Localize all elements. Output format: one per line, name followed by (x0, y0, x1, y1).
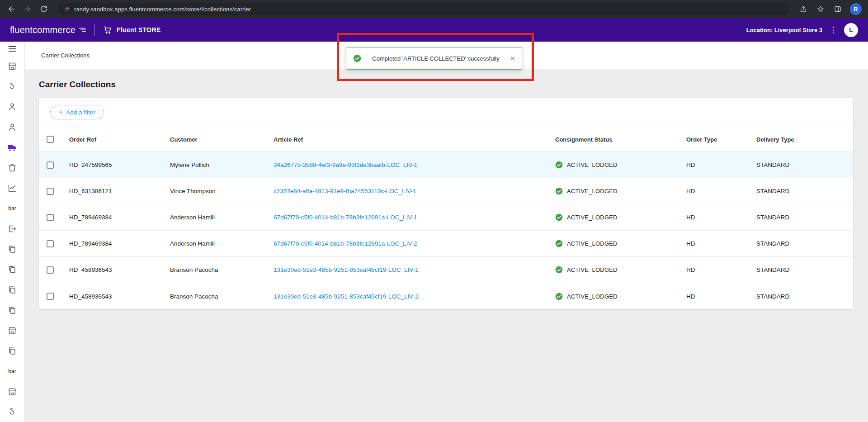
browser-profile-avatar[interactable]: R (850, 3, 862, 15)
check-circle-icon (555, 266, 563, 274)
hamburger-menu-icon[interactable] (0, 42, 24, 56)
article-ref-link[interactable]: 67d67f70-c5f0-4014-b81b-78b3fe12691a-LOC… (274, 214, 417, 221)
status-badge: ACTIVE_LODGED (555, 161, 686, 169)
table-row[interactable]: HD_458936543Branson Pacocha131e30ed-51e3… (39, 257, 853, 283)
column-header-article-ref[interactable]: Article Ref (274, 136, 555, 143)
toast-close-icon[interactable]: × (510, 55, 515, 62)
status-badge: ACTIVE_LODGED (555, 293, 686, 300)
customer-cell: Branson Pacocha (170, 293, 274, 300)
article-ref-link[interactable]: 34a2677d-2b88-4ef3-9a9e-93f1de3baafb-LOC… (274, 161, 417, 168)
row-checkbox[interactable] (47, 214, 54, 221)
delivery-type-cell: STANDARD (756, 240, 853, 247)
collections-card: + Add a filter Order Ref Customer Articl… (39, 98, 853, 309)
table-row[interactable]: HD_789469384Anderson Hamill67d67f70-c5f0… (39, 231, 853, 257)
column-header-consignment-status[interactable]: Consignment Status (555, 136, 686, 143)
sidebar-item-exit[interactable] (0, 218, 24, 239)
url-text: randy.sandbox.apps.fluentcommerce.com/st… (74, 6, 251, 13)
sidebar-item-hook[interactable] (0, 76, 24, 96)
customer-cell: Anderson Hamill (170, 214, 274, 221)
sidebar-item-copy[interactable] (0, 239, 24, 259)
location-label[interactable]: Location: Liverpool Store 3 (746, 27, 822, 33)
column-header-customer[interactable]: Customer (170, 136, 274, 143)
sidebar-item-hook[interactable] (0, 402, 24, 422)
delivery-type-cell: STANDARD (756, 293, 853, 300)
table-row[interactable]: HD_631386121Vince Thompsonc2357e84-affa-… (39, 178, 853, 204)
share-icon[interactable] (798, 4, 808, 14)
row-checkbox[interactable] (47, 266, 54, 274)
side-panel-icon[interactable] (833, 4, 843, 14)
order-type-cell: HD (686, 293, 756, 300)
order-ref-cell: HD_247599565 (69, 161, 170, 168)
order-type-cell: HD (686, 161, 756, 168)
article-ref-link[interactable]: 131e30ed-51e3-485b-9251-853caf45cf19-LOC… (274, 266, 419, 273)
order-ref-cell: HD_789469384 (69, 214, 170, 221)
article-ref-link[interactable]: 131e30ed-51e3-485b-9251-853caf45cf19-LOC… (274, 293, 419, 300)
sidebar-item-copy[interactable] (0, 259, 24, 280)
sidebar-item-storefront[interactable] (0, 320, 24, 341)
check-circle-icon (555, 187, 563, 195)
back-icon[interactable] (6, 4, 16, 14)
select-all-checkbox[interactable] (47, 136, 54, 143)
order-ref-cell: HD_631386121 (69, 188, 170, 194)
status-text: ACTIVE_LODGED (567, 214, 618, 221)
reload-icon[interactable] (39, 4, 49, 14)
brand-logo: fluentcommerce (10, 25, 86, 35)
app-switcher[interactable]: Fluent STORE (103, 25, 160, 34)
add-filter-button[interactable]: + Add a filter (50, 105, 104, 119)
sidebar-item-person[interactable] (0, 96, 24, 117)
order-ref-cell: HD_789469384 (69, 240, 170, 247)
sidebar-item-copy[interactable] (0, 280, 24, 300)
status-text: ACTIVE_LODGED (567, 188, 618, 194)
check-circle-icon (555, 240, 563, 247)
article-ref-link[interactable]: 67d67f70-c5f0-4014-b81b-78b3fe12691a-LOC… (274, 240, 417, 247)
table-row[interactable]: HD_789469384Anderson Hamill67d67f70-c5f0… (39, 204, 853, 231)
sidebar-item-person[interactable] (0, 117, 24, 137)
order-ref-cell: HD_458936543 (69, 266, 170, 273)
status-badge: ACTIVE_LODGED (555, 213, 686, 221)
status-badge: ACTIVE_LODGED (555, 187, 686, 195)
status-text: ACTIVE_LODGED (567, 240, 618, 247)
table-row[interactable]: HD_458936543Branson Pacocha131e30ed-51e3… (39, 283, 853, 309)
sidebar-item-chart[interactable] (0, 178, 24, 198)
row-checkbox[interactable] (47, 161, 54, 169)
sidebar-label: bar (0, 361, 24, 381)
forward-icon[interactable] (23, 4, 33, 14)
article-ref-link[interactable]: c2357e84-affa-4813-91e9-fba74553110c-LOC… (274, 188, 416, 194)
sidebar-item-storefront[interactable] (0, 381, 24, 402)
bookmark-star-icon[interactable] (816, 4, 826, 14)
order-ref-cell: HD_458936543 (69, 293, 170, 300)
row-checkbox[interactable] (47, 188, 54, 195)
toast-message: Completed 'ARTICLE COLLECTED' successful… (366, 55, 505, 62)
status-text: ACTIVE_LODGED (567, 293, 618, 300)
table-body: HD_247599565Mylene Pollich34a2677d-2b88-… (39, 152, 853, 309)
header-divider (94, 24, 95, 36)
status-badge: ACTIVE_LODGED (555, 240, 686, 247)
column-header-delivery-type[interactable]: Delivery Type (756, 136, 853, 143)
sidebar-item-truck[interactable] (0, 137, 24, 157)
check-circle-icon (555, 161, 563, 169)
row-checkbox[interactable] (47, 240, 54, 247)
column-header-order-type[interactable]: Order Type (686, 136, 756, 143)
kebab-menu-icon[interactable]: ⋮ (829, 25, 838, 35)
sidebar-item-bin[interactable] (0, 157, 24, 178)
sidebar-item-copy[interactable] (0, 341, 24, 361)
app-name-label: Fluent STORE (117, 26, 160, 33)
delivery-type-cell: STANDARD (756, 188, 853, 194)
status-text: ACTIVE_LODGED (567, 161, 618, 168)
column-header-order-ref[interactable]: Order Ref (69, 136, 170, 143)
table-row[interactable]: HD_247599565Mylene Pollich34a2677d-2b88-… (39, 152, 853, 178)
address-bar[interactable]: randy.sandbox.apps.fluentcommerce.com/st… (58, 3, 789, 15)
user-avatar[interactable]: L (844, 23, 858, 37)
status-badge: ACTIVE_LODGED (555, 266, 686, 274)
order-type-cell: HD (686, 214, 756, 221)
lock-icon (64, 6, 71, 12)
success-toast: Completed 'ARTICLE COLLECTED' successful… (346, 47, 522, 70)
customer-cell: Vince Thompson (170, 188, 274, 194)
sidebar-item-copy[interactable] (0, 300, 24, 320)
sidebar: barbar (0, 42, 25, 422)
delivery-type-cell: STANDARD (756, 266, 853, 273)
delivery-type-cell: STANDARD (756, 214, 853, 221)
customer-cell: Mylene Pollich (170, 161, 274, 168)
sidebar-item-storefront[interactable] (0, 56, 24, 76)
row-checkbox[interactable] (47, 293, 54, 300)
